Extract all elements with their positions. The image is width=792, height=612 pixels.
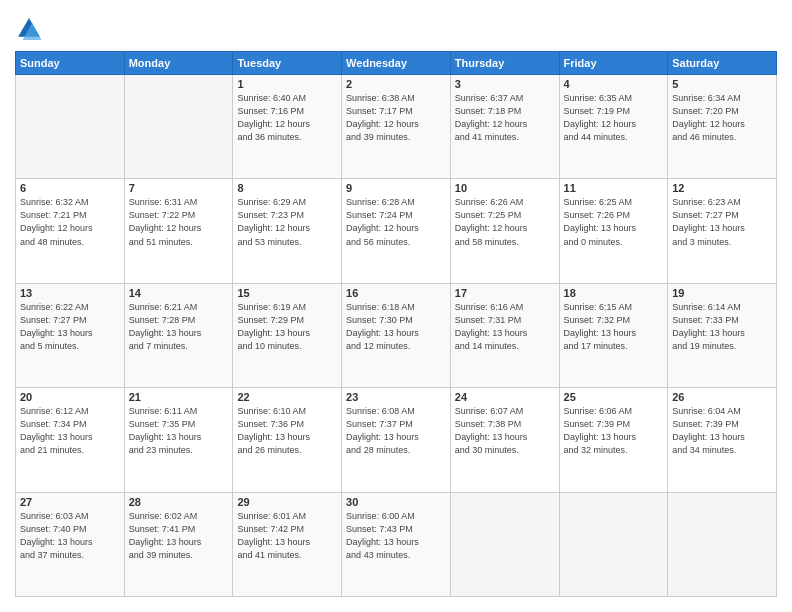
calendar-cell: 21Sunrise: 6:11 AM Sunset: 7:35 PM Dayli… [124,388,233,492]
calendar-body: 1Sunrise: 6:40 AM Sunset: 7:16 PM Daylig… [16,75,777,597]
calendar-header: SundayMondayTuesdayWednesdayThursdayFrid… [16,52,777,75]
calendar-cell: 1Sunrise: 6:40 AM Sunset: 7:16 PM Daylig… [233,75,342,179]
day-number: 16 [346,287,446,299]
calendar-cell: 14Sunrise: 6:21 AM Sunset: 7:28 PM Dayli… [124,283,233,387]
day-info: Sunrise: 6:16 AM Sunset: 7:31 PM Dayligh… [455,301,555,353]
day-number: 22 [237,391,337,403]
calendar-cell: 29Sunrise: 6:01 AM Sunset: 7:42 PM Dayli… [233,492,342,596]
calendar-cell: 25Sunrise: 6:06 AM Sunset: 7:39 PM Dayli… [559,388,668,492]
day-info: Sunrise: 6:03 AM Sunset: 7:40 PM Dayligh… [20,510,120,562]
calendar-cell [16,75,125,179]
calendar-week-4: 27Sunrise: 6:03 AM Sunset: 7:40 PM Dayli… [16,492,777,596]
day-number: 4 [564,78,664,90]
day-number: 27 [20,496,120,508]
day-info: Sunrise: 6:14 AM Sunset: 7:33 PM Dayligh… [672,301,772,353]
day-number: 8 [237,182,337,194]
day-number: 2 [346,78,446,90]
calendar-cell: 17Sunrise: 6:16 AM Sunset: 7:31 PM Dayli… [450,283,559,387]
day-info: Sunrise: 6:07 AM Sunset: 7:38 PM Dayligh… [455,405,555,457]
calendar-cell: 4Sunrise: 6:35 AM Sunset: 7:19 PM Daylig… [559,75,668,179]
weekday-header-saturday: Saturday [668,52,777,75]
day-info: Sunrise: 6:35 AM Sunset: 7:19 PM Dayligh… [564,92,664,144]
day-number: 12 [672,182,772,194]
logo-icon [15,15,43,43]
calendar-cell: 27Sunrise: 6:03 AM Sunset: 7:40 PM Dayli… [16,492,125,596]
day-number: 3 [455,78,555,90]
day-info: Sunrise: 6:25 AM Sunset: 7:26 PM Dayligh… [564,196,664,248]
day-number: 30 [346,496,446,508]
calendar-cell [668,492,777,596]
day-number: 9 [346,182,446,194]
calendar-cell: 28Sunrise: 6:02 AM Sunset: 7:41 PM Dayli… [124,492,233,596]
calendar-week-0: 1Sunrise: 6:40 AM Sunset: 7:16 PM Daylig… [16,75,777,179]
calendar-cell: 15Sunrise: 6:19 AM Sunset: 7:29 PM Dayli… [233,283,342,387]
calendar-cell: 12Sunrise: 6:23 AM Sunset: 7:27 PM Dayli… [668,179,777,283]
logo [15,15,47,43]
day-info: Sunrise: 6:40 AM Sunset: 7:16 PM Dayligh… [237,92,337,144]
day-number: 14 [129,287,229,299]
weekday-header-sunday: Sunday [16,52,125,75]
day-number: 20 [20,391,120,403]
day-number: 17 [455,287,555,299]
day-number: 13 [20,287,120,299]
calendar-cell [559,492,668,596]
day-info: Sunrise: 6:02 AM Sunset: 7:41 PM Dayligh… [129,510,229,562]
day-info: Sunrise: 6:08 AM Sunset: 7:37 PM Dayligh… [346,405,446,457]
day-info: Sunrise: 6:10 AM Sunset: 7:36 PM Dayligh… [237,405,337,457]
day-number: 1 [237,78,337,90]
day-number: 18 [564,287,664,299]
calendar: SundayMondayTuesdayWednesdayThursdayFrid… [15,51,777,597]
calendar-cell: 16Sunrise: 6:18 AM Sunset: 7:30 PM Dayli… [342,283,451,387]
calendar-cell: 6Sunrise: 6:32 AM Sunset: 7:21 PM Daylig… [16,179,125,283]
calendar-week-2: 13Sunrise: 6:22 AM Sunset: 7:27 PM Dayli… [16,283,777,387]
day-info: Sunrise: 6:38 AM Sunset: 7:17 PM Dayligh… [346,92,446,144]
calendar-cell: 7Sunrise: 6:31 AM Sunset: 7:22 PM Daylig… [124,179,233,283]
day-number: 29 [237,496,337,508]
day-info: Sunrise: 6:22 AM Sunset: 7:27 PM Dayligh… [20,301,120,353]
weekday-header-wednesday: Wednesday [342,52,451,75]
day-info: Sunrise: 6:32 AM Sunset: 7:21 PM Dayligh… [20,196,120,248]
calendar-cell: 11Sunrise: 6:25 AM Sunset: 7:26 PM Dayli… [559,179,668,283]
calendar-cell: 18Sunrise: 6:15 AM Sunset: 7:32 PM Dayli… [559,283,668,387]
day-number: 15 [237,287,337,299]
day-number: 10 [455,182,555,194]
day-info: Sunrise: 6:11 AM Sunset: 7:35 PM Dayligh… [129,405,229,457]
page: SundayMondayTuesdayWednesdayThursdayFrid… [0,0,792,612]
day-number: 5 [672,78,772,90]
day-number: 25 [564,391,664,403]
calendar-cell [450,492,559,596]
calendar-cell: 22Sunrise: 6:10 AM Sunset: 7:36 PM Dayli… [233,388,342,492]
weekday-header-friday: Friday [559,52,668,75]
day-info: Sunrise: 6:26 AM Sunset: 7:25 PM Dayligh… [455,196,555,248]
day-number: 21 [129,391,229,403]
calendar-cell: 2Sunrise: 6:38 AM Sunset: 7:17 PM Daylig… [342,75,451,179]
header [15,15,777,43]
weekday-header-monday: Monday [124,52,233,75]
calendar-cell: 23Sunrise: 6:08 AM Sunset: 7:37 PM Dayli… [342,388,451,492]
day-info: Sunrise: 6:21 AM Sunset: 7:28 PM Dayligh… [129,301,229,353]
calendar-week-1: 6Sunrise: 6:32 AM Sunset: 7:21 PM Daylig… [16,179,777,283]
calendar-cell: 13Sunrise: 6:22 AM Sunset: 7:27 PM Dayli… [16,283,125,387]
day-info: Sunrise: 6:34 AM Sunset: 7:20 PM Dayligh… [672,92,772,144]
calendar-cell: 19Sunrise: 6:14 AM Sunset: 7:33 PM Dayli… [668,283,777,387]
day-number: 19 [672,287,772,299]
calendar-cell: 20Sunrise: 6:12 AM Sunset: 7:34 PM Dayli… [16,388,125,492]
calendar-cell: 24Sunrise: 6:07 AM Sunset: 7:38 PM Dayli… [450,388,559,492]
day-info: Sunrise: 6:00 AM Sunset: 7:43 PM Dayligh… [346,510,446,562]
weekday-header-tuesday: Tuesday [233,52,342,75]
day-info: Sunrise: 6:12 AM Sunset: 7:34 PM Dayligh… [20,405,120,457]
day-info: Sunrise: 6:37 AM Sunset: 7:18 PM Dayligh… [455,92,555,144]
day-info: Sunrise: 6:04 AM Sunset: 7:39 PM Dayligh… [672,405,772,457]
day-info: Sunrise: 6:18 AM Sunset: 7:30 PM Dayligh… [346,301,446,353]
calendar-cell: 10Sunrise: 6:26 AM Sunset: 7:25 PM Dayli… [450,179,559,283]
day-info: Sunrise: 6:31 AM Sunset: 7:22 PM Dayligh… [129,196,229,248]
day-info: Sunrise: 6:15 AM Sunset: 7:32 PM Dayligh… [564,301,664,353]
day-number: 28 [129,496,229,508]
day-info: Sunrise: 6:01 AM Sunset: 7:42 PM Dayligh… [237,510,337,562]
day-number: 24 [455,391,555,403]
day-number: 23 [346,391,446,403]
day-number: 7 [129,182,229,194]
calendar-cell: 3Sunrise: 6:37 AM Sunset: 7:18 PM Daylig… [450,75,559,179]
day-number: 26 [672,391,772,403]
day-info: Sunrise: 6:23 AM Sunset: 7:27 PM Dayligh… [672,196,772,248]
